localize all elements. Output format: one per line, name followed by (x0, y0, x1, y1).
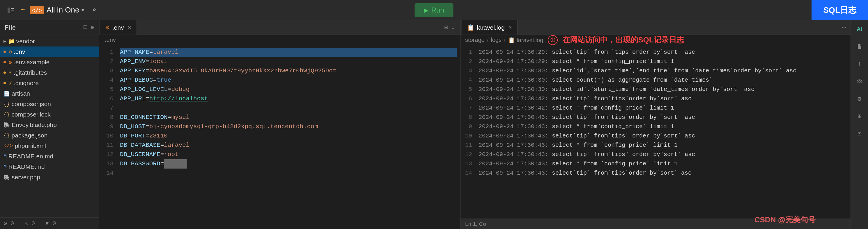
watermark: CSDN @完美句号 (754, 215, 816, 225)
log-timestamp: 2024-09-24 17:30:42: (478, 104, 552, 113)
log-line: 2024-09-24 17:30:30: select count(*) as … (478, 76, 847, 85)
line-number: 8 (99, 113, 114, 122)
log-sql-text: select * from `config_price`limit 1 (552, 57, 674, 66)
env-file-icon: ⚙ (9, 59, 12, 65)
app-name-label: All in One (46, 5, 80, 14)
line-number: 4 (99, 76, 114, 85)
split-icon[interactable]: ⊟ (444, 24, 448, 31)
code-line[interactable]: DB_DATABASE=laravel (120, 141, 457, 150)
code-line[interactable]: DB_HOST=bj-cynosdbmysql-grp-b42d2kpq.sql… (120, 122, 457, 131)
log-body[interactable]: 1234567891011121314 2024-09-24 17:30:29:… (461, 45, 850, 219)
log-content[interactable]: 2024-09-24 17:30:29: select`tip` from `t… (475, 45, 850, 219)
code-val: base64:3xvdT5L8kADrPN07t9yybzHkXx2rbwe7r… (149, 66, 337, 76)
log-more-icon[interactable]: ⋯ (842, 24, 846, 31)
eye-icon[interactable] (854, 76, 865, 87)
php-file-icon: 🐘 (3, 122, 10, 128)
code-masked-val (164, 159, 187, 168)
main-layout: File □ ⊕ ▶📁vendor⚙.env⚙.env.example⚡.git… (0, 20, 868, 229)
settings-icon[interactable]: ⚙ (854, 93, 865, 105)
sidebar-item[interactable]: {}composer.json (0, 99, 99, 109)
sidebar-header: File □ ⊕ (0, 20, 99, 35)
run-button[interactable]: ▶ Run (414, 3, 453, 17)
log-sql-text: select`tip` from `tips`order by`sort` as… (552, 48, 695, 57)
new-file-icon[interactable]: □ (84, 24, 87, 31)
code-line[interactable]: APP_NAME=Laravel (120, 48, 457, 57)
sidebar-item-label: .env.example (14, 59, 50, 66)
code-line[interactable]: DB_CONNECTION=mysql (120, 113, 457, 122)
code-line[interactable]: DB_PASSWORD= (120, 159, 457, 168)
file-list-icon[interactable] (854, 41, 865, 52)
tab-env-label: .env (112, 24, 124, 31)
code-line[interactable] (120, 168, 457, 178)
line-number: 6 (99, 94, 114, 104)
log-sql-text: select`tip` from`tips` order by`sort` as… (552, 131, 695, 141)
sidebar-action-icons: □ ⊕ (84, 24, 94, 31)
tab-env-close-icon[interactable]: ✕ (127, 25, 131, 30)
json-file-icon: {} (3, 132, 10, 138)
sidebar-item[interactable]: 🐘server.php (0, 172, 99, 183)
sidebar-toggle-button[interactable] (6, 6, 16, 14)
sidebar-item[interactable]: ▶📁vendor (0, 36, 99, 46)
search-button[interactable]: ⌕ (92, 6, 96, 14)
sidebar-item[interactable]: ⚙.env (0, 46, 99, 57)
code-line[interactable]: APP_ENV=local (120, 57, 457, 66)
editor-panel: ⚙ .env ✕ ⊟ … .env 1234567891011121314 AP… (99, 20, 461, 229)
json-file-icon: {} (3, 112, 10, 117)
log-timestamp: 2024-09-24 17:30:43: (478, 113, 552, 122)
log-tabs: 📋 laravel.log ✕ ⋯ (461, 20, 850, 35)
svg-rect-1 (11, 8, 14, 9)
app-name-group[interactable]: </> All in One ▾ (30, 5, 85, 14)
sidebar-item[interactable]: MREADME.md (0, 162, 99, 172)
annotation-text: 在网站访问中，出现的SQL记录日志 (562, 35, 684, 45)
log-panel: 📋 laravel.log ✕ ⋯ storage / logs / 📋 lar… (461, 20, 850, 229)
code-line[interactable]: DB_USERNAME=root (120, 150, 457, 159)
svg-point-4 (859, 80, 861, 82)
log-timestamp: 2024-09-24 17:30:29: (478, 48, 552, 57)
log-timestamp: 2024-09-24 17:30:30: (478, 85, 552, 94)
log-sql-text: select`tip` from`tips`order by`sort` asc (552, 168, 692, 178)
code-content[interactable]: APP_NAME=LaravelAPP_ENV=localAPP_KEY=bas… (117, 45, 460, 229)
sidebar-item[interactable]: ⚡.gitattributes (0, 67, 99, 78)
tab-laravel-log[interactable]: 📋 laravel.log ✕ (462, 20, 518, 35)
log-line: 2024-09-24 17:30:43: select * from`confi… (478, 122, 847, 131)
more-icon[interactable]: … (452, 24, 456, 31)
sidebar-item[interactable]: {}package.json (0, 130, 99, 141)
sidebar-item-label: composer.json (12, 101, 51, 108)
tab-env-icon: ⚙ (105, 25, 110, 31)
code-line[interactable] (120, 104, 457, 113)
code-line[interactable]: APP_DEBUG=true (120, 76, 457, 85)
sidebar-item[interactable]: </>phpunit.xml (0, 141, 99, 151)
code-line[interactable]: APP_URL=http://localhost (120, 94, 457, 104)
line-number: 2 (99, 57, 114, 66)
sidebar-tree: ▶📁vendor⚙.env⚙.env.example⚡.gitattribute… (0, 35, 99, 217)
log-line-number: 6 (461, 94, 472, 104)
log-tab-close-icon[interactable]: ✕ (508, 25, 512, 30)
editor-body[interactable]: 1234567891011121314 APP_NAME=LaravelAPP_… (99, 45, 460, 229)
sidebar-item[interactable]: {}composer.lock (0, 109, 99, 120)
sidebar-item[interactable]: 📄artisan (0, 88, 99, 99)
file-dot-icon (3, 72, 6, 74)
log-line-number: 5 (461, 85, 472, 94)
grid-icon[interactable]: ⊞ (854, 110, 865, 122)
code-key: APP_DEBUG (120, 76, 153, 85)
upload-icon[interactable]: ↑ (854, 58, 865, 70)
sidebar-item[interactable]: ⚡.gitignore (0, 78, 99, 88)
ai-icon[interactable]: AI (854, 23, 865, 35)
file-dot-icon (3, 50, 6, 53)
log-line-number: 8 (461, 113, 472, 122)
new-folder-icon[interactable]: ⊕ (91, 24, 94, 31)
code-line[interactable]: APP_KEY=base64:3xvdT5L8kADrPN07t9yybzHkX… (120, 66, 457, 76)
app-chevron-icon: ▾ (82, 7, 84, 13)
sidebar-item-label: .gitattributes (14, 69, 47, 76)
code-line[interactable]: APP_LOG_LEVEL=debug (120, 85, 457, 94)
log-timestamp: 2024-09-24 17:30:43: (478, 159, 552, 168)
app-bracket-icon: </> (30, 6, 44, 14)
log-sql-text: select`tip` from`tips`order by `sort` as… (552, 113, 695, 122)
sidebar-item[interactable]: MREADME.en.md (0, 151, 99, 162)
code-line[interactable]: DB_PORT=28110 (120, 131, 457, 141)
sidebar-item[interactable]: 🐘Envoy.blade.php (0, 120, 99, 130)
expand-icon[interactable]: ⊡ (854, 128, 865, 140)
sidebar-item[interactable]: ⚙.env.example (0, 57, 99, 67)
tab-env[interactable]: ⚙ .env ✕ (100, 20, 137, 35)
logo-icon: ~ (20, 6, 25, 14)
